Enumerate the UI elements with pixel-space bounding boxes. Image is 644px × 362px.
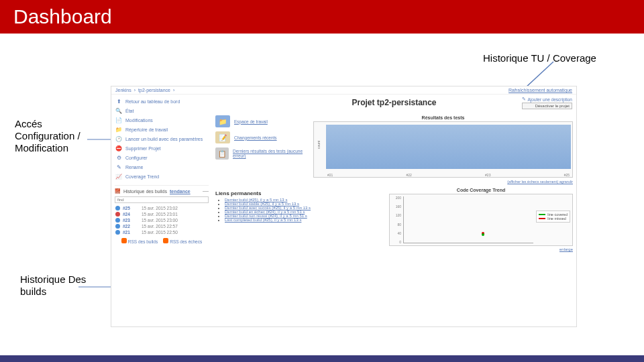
add-description-link[interactable]: ✎Ajouter une description — [522, 96, 573, 103]
menu-configure[interactable]: ⚙Configurer — [115, 153, 209, 162]
coverage-chart-block: Code Coverage Trend 200 160 120 80 40 0 — [389, 185, 573, 251]
project-actions: ✎Ajouter une description Désactiver le p… — [522, 96, 573, 109]
annotation-config: Accés Configuration / Modification — [15, 118, 102, 154]
status-ball-icon — [115, 212, 120, 217]
perm-title: Liens permanents — [215, 190, 382, 196]
workspace-link[interactable]: 📁Espace de travail — [215, 115, 309, 127]
status-ball-icon — [115, 224, 120, 229]
menu-build-now[interactable]: 🕐Lancer un build avec des paramètres — [115, 134, 209, 143]
build-history-header: 🧱 Historique des builds tendance — — [115, 185, 209, 194]
edit-icon: ✎ — [522, 97, 526, 102]
folder-icon: 📁 — [215, 115, 230, 127]
project-title: Projet tp2-persistance — [215, 98, 573, 107]
gear-icon: ⚙ — [115, 154, 122, 161]
slide-title: Dashboard — [13, 5, 112, 28]
coverage-enlarge-link[interactable]: enlarge — [389, 247, 573, 251]
build-row[interactable]: #2115 avr. 2015 22:50 — [115, 229, 209, 235]
search-icon: 🔍 — [115, 107, 122, 114]
build-find-input[interactable] — [115, 196, 209, 203]
sidebar: ⬆Retour au tableau de bord 🔍État 📄Modifi… — [111, 95, 212, 253]
menu-rename[interactable]: ✎Rename — [115, 162, 209, 172]
build-row[interactable]: #2215 avr. 2015 22:57 — [115, 223, 209, 229]
clock-icon: 🕐 — [115, 135, 122, 142]
menu-delete[interactable]: ⛔Supprimer Projet — [115, 143, 209, 153]
test-chart-area[interactable]: count #21 #22 #23 #25 — [313, 121, 573, 178]
annotation-coverage: Historique TU / Coverage — [483, 52, 596, 64]
coverage-chart-title: Code Coverage Trend — [389, 188, 573, 192]
status-ball-icon — [115, 218, 120, 223]
coverage-legend: line covered line missed — [536, 210, 570, 223]
quick-links: 📁Espace de travail 📝Changements récents … — [215, 115, 309, 184]
recent-changes-link[interactable]: 📝Changements récents — [215, 131, 309, 143]
test-chart-ylabel: count — [317, 141, 321, 149]
trend-link[interactable]: tendance — [170, 189, 191, 194]
last-tests-link[interactable]: 📋Derniers résultats des tests (aucune er… — [215, 147, 309, 160]
test-results-chart: Résultats des tests count #21 #22 #23 #2… — [313, 115, 573, 184]
test-chart-enlarge[interactable]: (afficher les échecs seulement) agrandir — [313, 180, 573, 184]
collapse-icon[interactable]: — — [203, 188, 209, 194]
menu-changes[interactable]: 📄Modifications — [115, 115, 209, 125]
data-point-covered — [482, 233, 484, 236]
changes-icon: 📄 — [115, 117, 122, 123]
build-row[interactable]: #2515 avr. 2015 23:02 — [115, 205, 209, 211]
status-ball-icon — [115, 206, 120, 210]
build-row[interactable]: #2315 avr. 2015 23:00 — [115, 217, 209, 223]
rss-icon — [121, 238, 127, 243]
status-ball-icon — [115, 230, 120, 235]
rename-icon: ✎ — [115, 164, 122, 170]
delete-icon: ⛔ — [115, 145, 122, 152]
main-panel: Projet tp2-persistance ✎Ajouter une desc… — [212, 95, 576, 253]
jenkins-screenshot: Jenkins › tp2-persistance › Rafraîchisse… — [111, 86, 577, 327]
chart-icon: 📈 — [115, 173, 122, 180]
disable-project-button[interactable]: Désactiver le projet — [522, 103, 573, 109]
slide-header: Dashboard — [0, 0, 644, 34]
test-chart-title: Résultats des tests — [313, 115, 573, 120]
legend-swatch-missed — [539, 218, 545, 219]
breadcrumb: Jenkins › tp2-persistance › Rafraîchisse… — [111, 86, 576, 95]
rss-all[interactable]: RSS des builds — [121, 238, 158, 244]
breadcrumb-project[interactable]: tp2-persistance — [138, 88, 170, 93]
menu-workspace[interactable]: 📁Répertoire de travail — [115, 125, 209, 134]
coverage-chart[interactable]: 200 160 120 80 40 0 line covered — [389, 194, 573, 246]
clipboard-icon: 📋 — [215, 147, 229, 160]
legend-swatch-covered — [539, 214, 545, 215]
up-arrow-icon: ⬆ — [115, 98, 122, 105]
perm-link-item[interactable]: Last completed build (#25), il y a 5 mn … — [225, 218, 382, 222]
annotation-builds: Historique Des builds — [20, 274, 94, 298]
menu-status[interactable]: 🔍État — [115, 106, 209, 115]
auto-refresh-link[interactable]: Rafraîchissement automatique — [508, 88, 572, 93]
notepad-icon: 📝 — [215, 131, 230, 143]
slide-footer-bar — [0, 355, 644, 362]
rss-icon — [163, 238, 168, 243]
rss-links: RSS des builds RSS des échecs — [115, 238, 209, 244]
menu-coverage-trend[interactable]: 📈Coverage Trend — [115, 172, 209, 181]
menu-back[interactable]: ⬆Retour au tableau de bord — [115, 97, 209, 106]
breadcrumb-root[interactable]: Jenkins — [115, 88, 131, 93]
permanent-links: Liens permanents Dernier build (#25), il… — [215, 190, 382, 251]
history-icon: 🧱 — [115, 188, 121, 194]
build-row[interactable]: #2415 avr. 2015 23:01 — [115, 211, 209, 217]
folder-icon: 📁 — [115, 126, 122, 133]
rss-failures[interactable]: RSS des échecs — [163, 238, 202, 244]
